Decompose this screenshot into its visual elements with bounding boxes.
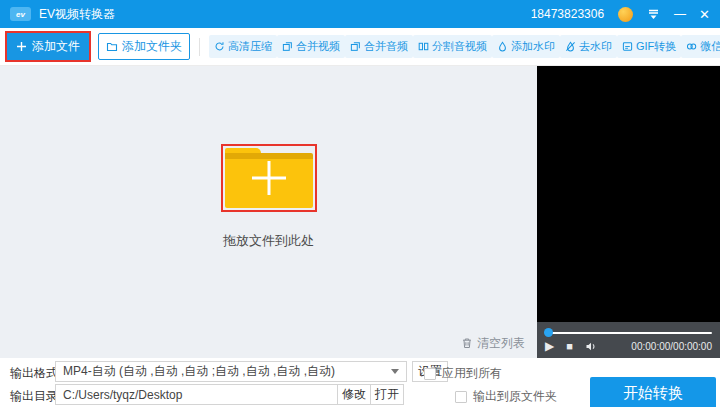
- hd-compress-icon: [214, 41, 225, 52]
- add-file-label: 添加文件: [32, 38, 80, 55]
- file-drop-zone[interactable]: 拖放文件到此处 清空列表: [0, 66, 537, 358]
- drop-hint-text: 拖放文件到此处: [221, 232, 317, 250]
- add-files-folder-icon[interactable]: [225, 148, 313, 208]
- add-folder-label: 添加文件夹: [122, 38, 182, 55]
- hd-compress-button[interactable]: 高清压缩: [209, 35, 277, 58]
- toolbar-divider: [199, 38, 200, 56]
- merge-audio-button[interactable]: 合并音频: [345, 35, 413, 58]
- output-format-select[interactable]: MP4-自动 (自动 ,自动 ,自动 ;自动 ,自动 ,自动 ,自动): [55, 361, 407, 382]
- gif-convert-button[interactable]: GIF转换: [617, 35, 681, 58]
- trash-icon: [461, 337, 473, 350]
- gif-convert-icon: [622, 41, 633, 52]
- close-icon[interactable]: ✕: [699, 8, 710, 21]
- volume-icon[interactable]: [585, 341, 598, 352]
- video-preview-panel: ▶ ■ 00:00:00/00:00:00: [537, 66, 720, 358]
- remove-watermark-button[interactable]: 去水印: [560, 35, 617, 58]
- modify-dir-button[interactable]: 修改: [337, 384, 371, 405]
- toolbar-pills: 高清压缩 合并视频 合并音频 分割音视频: [209, 35, 720, 58]
- pill-label: 添加水印: [511, 39, 555, 54]
- titlebar-right: 18473823306 — ✕: [531, 7, 710, 22]
- main-menu-icon[interactable]: [647, 8, 660, 20]
- open-dir-button[interactable]: 打开: [370, 384, 404, 405]
- pill-label: 分割音视频: [432, 39, 487, 54]
- merge-video-button[interactable]: 合并视频: [277, 35, 345, 58]
- app-logo-icon: ev: [10, 7, 31, 21]
- split-av-button[interactable]: 分割音视频: [413, 35, 492, 58]
- output-to-source-row: 输出到原文件夹: [455, 388, 557, 405]
- clear-list-label: 清空列表: [477, 335, 525, 352]
- output-dir-label: 输出目录: [10, 388, 58, 405]
- output-to-source-label: 输出到原文件夹: [473, 388, 557, 405]
- add-watermark-icon: [497, 41, 508, 52]
- output-dir-input[interactable]: C:/Users/tyqz/Desktop: [55, 384, 338, 405]
- output-format-value: MP4-自动 (自动 ,自动 ,自动 ;自动 ,自动 ,自动 ,自动): [63, 363, 385, 380]
- output-dir-group: C:/Users/tyqz/Desktop 修改 打开: [55, 384, 404, 405]
- wechat-transcode-icon: [686, 41, 697, 52]
- merge-audio-icon: [350, 41, 361, 52]
- start-convert-button[interactable]: 开始转换: [590, 377, 716, 407]
- chevron-down-icon: [391, 369, 399, 374]
- add-folder-button[interactable]: 添加文件夹: [98, 33, 190, 60]
- pill-label: GIF转换: [636, 39, 676, 54]
- clear-list-button[interactable]: 清空列表: [461, 335, 525, 352]
- toolbar: 添加文件 添加文件夹 高清压缩 合并视频: [0, 28, 720, 66]
- seek-bar[interactable]: [545, 327, 712, 338]
- merge-video-icon: [282, 41, 293, 52]
- apply-to-all-checkbox[interactable]: [424, 368, 436, 380]
- add-watermark-button[interactable]: 添加水印: [492, 35, 560, 58]
- plus-icon: [252, 161, 286, 195]
- drop-zone-center: 拖放文件到此处: [221, 144, 317, 250]
- folder-icon: [106, 41, 118, 53]
- output-to-source-checkbox[interactable]: [455, 391, 467, 403]
- titlebar: ev EV视频转换器 18473823306 — ✕: [0, 0, 720, 28]
- folder-highlight-box: [221, 144, 317, 212]
- minimize-icon[interactable]: —: [674, 8, 685, 20]
- stop-button[interactable]: ■: [566, 341, 573, 352]
- player-controls: ▶ ■ 00:00:00/00:00:00: [537, 322, 720, 358]
- remove-watermark-icon: [565, 41, 576, 52]
- avatar[interactable]: [618, 7, 633, 22]
- pill-label: 高清压缩: [228, 39, 272, 54]
- add-file-button[interactable]: 添加文件: [7, 33, 89, 60]
- pill-label: 去水印: [579, 39, 612, 54]
- seek-track: [545, 332, 712, 334]
- play-button[interactable]: ▶: [545, 340, 554, 352]
- pill-label: 合并视频: [296, 39, 340, 54]
- app-title: EV视频转换器: [39, 6, 115, 23]
- account-id: 18473823306: [531, 7, 604, 21]
- playback-time: 00:00:00/00:00:00: [631, 341, 712, 352]
- seek-handle[interactable]: [544, 328, 553, 337]
- player-buttons-row: ▶ ■ 00:00:00/00:00:00: [545, 340, 712, 352]
- pill-label: 微信转码: [700, 39, 720, 54]
- output-format-label: 输出格式: [10, 365, 58, 382]
- plus-icon: [16, 41, 27, 52]
- apply-to-all-label: 应用到所有: [442, 365, 502, 382]
- add-file-highlight-box: 添加文件: [5, 31, 91, 62]
- apply-to-all-row: 应用到所有: [424, 365, 502, 382]
- pill-label: 合并音频: [364, 39, 408, 54]
- video-screen: [537, 66, 720, 322]
- split-av-icon: [418, 41, 429, 52]
- wechat-transcode-button[interactable]: 微信转码: [681, 35, 720, 58]
- main-area: 拖放文件到此处 清空列表 ▶ ■: [0, 66, 720, 358]
- ev-video-converter-window: ev EV视频转换器 18473823306 — ✕ 添加文件 添: [0, 0, 720, 407]
